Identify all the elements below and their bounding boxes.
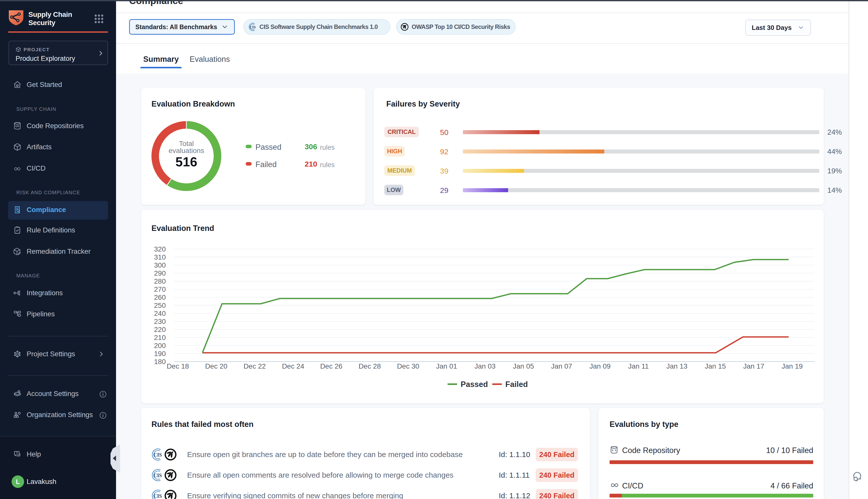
svg-text:240: 240 <box>154 309 166 317</box>
svg-text:Dec 26: Dec 26 <box>320 362 343 370</box>
svg-text:290: 290 <box>154 269 166 277</box>
svg-text:Jan 07: Jan 07 <box>551 362 572 370</box>
svg-text:Jan 13: Jan 13 <box>666 362 687 370</box>
svg-text:270: 270 <box>154 285 166 293</box>
svg-text:190: 190 <box>154 350 166 357</box>
svg-text:Dec 20: Dec 20 <box>205 362 227 370</box>
svg-text:Jan 19: Jan 19 <box>782 362 803 370</box>
svg-text:Dec 28: Dec 28 <box>359 362 381 370</box>
svg-text:260: 260 <box>154 293 166 301</box>
svg-text:Passed: Passed <box>461 380 488 389</box>
svg-text:CIS: CIS <box>153 473 162 478</box>
svg-text:CIS: CIS <box>153 493 162 499</box>
svg-text:310: 310 <box>154 253 166 261</box>
svg-text:Dec 18: Dec 18 <box>167 362 189 370</box>
svg-text:Jan 15: Jan 15 <box>705 362 726 370</box>
svg-text:220: 220 <box>154 326 166 333</box>
svg-text:320: 320 <box>154 245 166 253</box>
svg-text:Dec 24: Dec 24 <box>282 362 305 370</box>
svg-text:Jan 17: Jan 17 <box>743 362 764 370</box>
svg-text:280: 280 <box>154 277 166 285</box>
svg-text:Jan 09: Jan 09 <box>590 362 610 370</box>
svg-text:210: 210 <box>154 334 166 341</box>
svg-text:Dec 30: Dec 30 <box>397 362 419 370</box>
svg-text:200: 200 <box>154 342 166 350</box>
svg-text:CIS: CIS <box>153 452 162 458</box>
svg-text:230: 230 <box>154 318 166 325</box>
svg-text:Jan 05: Jan 05 <box>513 362 534 370</box>
svg-text:250: 250 <box>154 302 166 309</box>
svg-text:Jan 03: Jan 03 <box>474 362 496 370</box>
svg-text:300: 300 <box>154 261 166 269</box>
svg-text:Dec 22: Dec 22 <box>244 362 266 370</box>
svg-text:Jan 01: Jan 01 <box>436 362 457 370</box>
svg-text:CIS: CIS <box>250 25 256 29</box>
svg-text:Jan 11: Jan 11 <box>628 362 649 370</box>
svg-text:180: 180 <box>154 358 166 366</box>
svg-text:Failed: Failed <box>505 380 528 389</box>
svg-text:?: ? <box>16 451 18 455</box>
